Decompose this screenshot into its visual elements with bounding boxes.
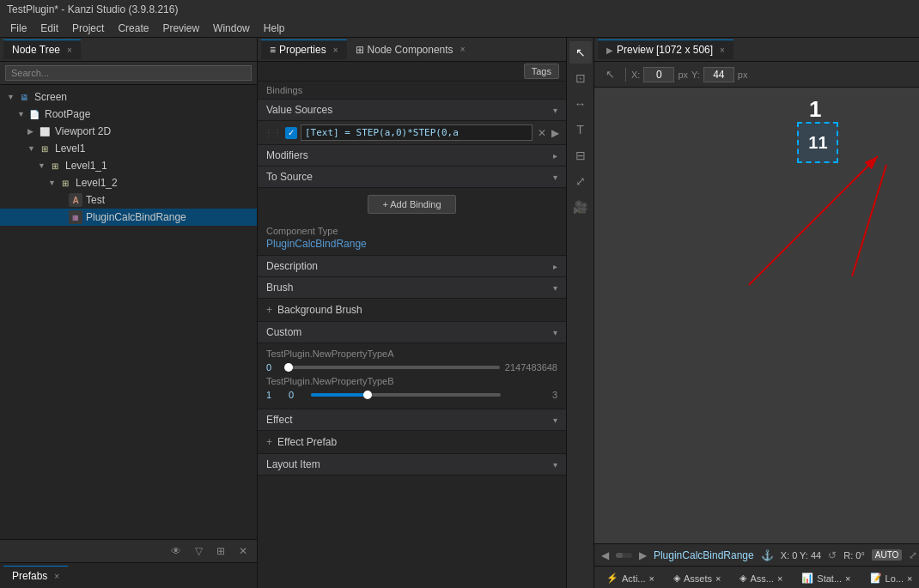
tree-item-viewport2d[interactable]: ▶ ⬜ Viewport 2D: [0, 123, 257, 140]
layers-btn[interactable]: ⊟: [569, 144, 592, 167]
scroll-right-icon[interactable]: ▶: [639, 549, 647, 561]
vs-remove-btn[interactable]: ✕: [536, 127, 548, 139]
camera-btn[interactable]: 🎥: [569, 196, 592, 218]
move-tool-btn[interactable]: ↔: [569, 93, 592, 115]
tree-item-rootpage[interactable]: ▼ 📄 RootPage: [0, 106, 257, 123]
x-input[interactable]: [643, 67, 674, 82]
background-brush-row: + Background Brush: [266, 302, 557, 318]
tree-item-viewport2d-label: Viewport 2D: [55, 125, 111, 137]
tab-stat-close[interactable]: ×: [845, 573, 850, 584]
tab-acti-label: Acti...: [622, 573, 646, 584]
px-label-y: px: [738, 70, 748, 80]
menu-file[interactable]: File: [3, 21, 33, 36]
menu-preview[interactable]: Preview: [155, 21, 206, 36]
brush-section[interactable]: Brush ▾: [258, 277, 566, 299]
plus-icon: +: [266, 304, 272, 316]
prop-b-left: 1: [266, 390, 283, 400]
y-input[interactable]: [703, 67, 734, 82]
formula-input[interactable]: [301, 124, 533, 141]
visibility-toggle-btn[interactable]: 👁: [167, 543, 185, 560]
cursor-tool-btn[interactable]: ↖: [569, 41, 592, 64]
tree-item-level1-1[interactable]: ▼ ⊞ Level1_1: [0, 157, 257, 174]
share-btn[interactable]: ⤢: [569, 170, 592, 192]
tree-item-level1-2-label: Level1_2: [76, 177, 118, 189]
tags-button[interactable]: Tags: [524, 64, 559, 79]
tab-acti[interactable]: ⚡ Acti... ×: [598, 569, 663, 585]
right-area: ↖ ⊡ ↔ T ⊟ ⤢ 🎥 ▶ Preview [1072 x 506] × ↖: [567, 38, 919, 588]
tab-ass[interactable]: ◈ Ass... ×: [731, 569, 791, 585]
effect-content: + Effect Prefab: [258, 431, 566, 454]
menu-project[interactable]: Project: [65, 21, 111, 36]
tab-properties[interactable]: ≡ Properties ×: [261, 39, 347, 59]
tab-preview-close[interactable]: ×: [720, 45, 725, 55]
menu-help[interactable]: Help: [257, 21, 292, 36]
tab-prefabs-close[interactable]: ×: [54, 572, 59, 581]
tab-node-components-close[interactable]: ×: [460, 45, 466, 54]
tree-item-plugincalc[interactable]: ▦ PluginCalcBindRange: [0, 209, 257, 226]
tab-node-tree-close[interactable]: ×: [67, 45, 72, 55]
tree-item-level1-2[interactable]: ▼ ⊞ Level1_2: [0, 174, 257, 191]
arrow-icon: ▼: [38, 161, 48, 170]
add-binding-button[interactable]: + Add Binding: [368, 195, 455, 214]
text-tool-btn[interactable]: T: [569, 118, 592, 141]
effect-arrow: ▾: [553, 415, 557, 425]
vs-expand-btn[interactable]: ▶: [551, 127, 559, 139]
tab-assets-close[interactable]: ×: [715, 573, 721, 584]
tab-lo-label: Lo...: [886, 573, 904, 584]
tab-prefabs[interactable]: Prefabs ×: [3, 566, 68, 585]
preview-tab-bar: ▶ Preview [1072 x 506] ×: [594, 38, 919, 62]
tab-lo[interactable]: 📝 Lo... ×: [861, 569, 919, 585]
prop-b-slider[interactable]: [311, 393, 501, 397]
to-source-section[interactable]: To Source ▾: [258, 167, 566, 188]
filter-btn[interactable]: ▽: [190, 543, 207, 560]
text-icon: A: [69, 193, 82, 207]
vs-checkbox[interactable]: ✓: [285, 127, 297, 139]
expand-icon[interactable]: ⤢: [909, 549, 917, 561]
tab-acti-close[interactable]: ×: [649, 573, 654, 584]
preview-bottom-bar: ◀ ▶ PluginCalcBindRange ⚓ X: 0 Y: 44 ↺ R…: [594, 543, 919, 566]
custom-content: TestPlugin.NewPropertyTypeA 0 2147483648…: [258, 343, 566, 409]
scroll-left-icon[interactable]: ◀: [601, 549, 609, 561]
grid-btn[interactable]: ⊞: [212, 543, 229, 560]
prefabs-panel: Prefabs ×: [0, 562, 257, 588]
page-icon: 📄: [27, 107, 41, 121]
menu-edit[interactable]: Edit: [33, 21, 65, 36]
red-arrows-overlay: [594, 88, 919, 543]
component-type-label: Component Type: [266, 226, 557, 236]
title-bar: TestPlugin* - Kanzi Studio (3.9.8.216): [0, 0, 919, 19]
prop-a-slider[interactable]: [289, 366, 500, 369]
tab-stat[interactable]: 📊 Stat... ×: [793, 569, 859, 585]
effect-prefab-row: + Effect Prefab: [266, 434, 557, 450]
tab-lo-close[interactable]: ×: [907, 573, 912, 584]
tree-item-screen[interactable]: ▼ 🖥 Screen: [0, 88, 257, 106]
main-layout: Node Tree × ▼ 🖥 Screen ▼ 📄 RootPage: [0, 38, 919, 588]
node-components-icon: ⊞: [356, 44, 364, 56]
effect-section[interactable]: Effect ▾: [258, 409, 566, 431]
toolbar-cursor-btn[interactable]: ↖: [599, 64, 620, 85]
custom-section[interactable]: Custom ▾: [258, 322, 566, 343]
value-sources-section[interactable]: Value Sources ▾: [258, 100, 566, 121]
search-bar: [0, 62, 257, 85]
menu-window[interactable]: Window: [206, 21, 257, 36]
menu-bar: File Edit Project Create Preview Window …: [0, 19, 919, 38]
tab-preview[interactable]: ▶ Preview [1072 x 506] ×: [598, 39, 733, 59]
select-tool-btn[interactable]: ⊡: [569, 67, 592, 89]
tree-item-level1[interactable]: ▼ ⊞ Level1: [0, 140, 257, 157]
modifiers-section[interactable]: Modifiers ▸: [258, 145, 566, 167]
preview-number-11: 11: [808, 133, 827, 153]
tab-assets[interactable]: ◈ Assets ×: [665, 569, 729, 585]
menu-create[interactable]: Create: [111, 21, 155, 36]
description-section[interactable]: Description ▸: [258, 256, 566, 277]
tab-ass-close[interactable]: ×: [777, 573, 782, 584]
tab-properties-close[interactable]: ×: [333, 45, 338, 55]
layout-item-section[interactable]: Layout Item ▾: [258, 454, 566, 476]
tree-item-test[interactable]: A Test: [0, 191, 257, 209]
prop-b-slider-row: 1 0 3: [266, 390, 557, 400]
left-panel: Node Tree × ▼ 🖥 Screen ▼ 📄 RootPage: [0, 38, 258, 588]
tab-properties-label: Properties: [279, 44, 326, 56]
to-source-arrow: ▾: [553, 173, 557, 182]
panel-close-btn[interactable]: ✕: [234, 543, 252, 560]
tab-node-tree[interactable]: Node Tree ×: [3, 39, 81, 59]
tab-node-components[interactable]: ⊞ Node Components ×: [347, 40, 474, 59]
search-input[interactable]: [5, 65, 252, 81]
